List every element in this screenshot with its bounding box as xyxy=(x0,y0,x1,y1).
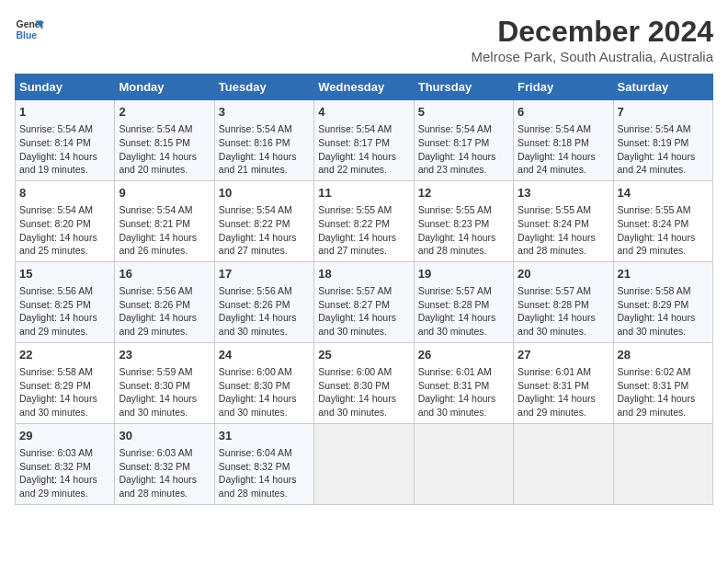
calendar-week-row: 8Sunrise: 5:54 AMSunset: 8:20 PMDaylight… xyxy=(16,180,713,261)
cell-info-line: and 21 minutes. xyxy=(219,163,310,177)
calendar-cell: 27Sunrise: 6:01 AMSunset: 8:31 PMDayligh… xyxy=(514,342,613,423)
cell-info-line: Sunrise: 5:54 AM xyxy=(418,122,509,136)
cell-info-line: Sunset: 8:31 PM xyxy=(618,379,709,393)
cell-info-line: Daylight: 14 hours xyxy=(318,392,409,406)
day-number: 16 xyxy=(119,266,210,282)
calendar-cell xyxy=(314,423,414,504)
cell-info-line: Sunset: 8:21 PM xyxy=(119,217,210,231)
cell-info-line: Daylight: 14 hours xyxy=(219,473,310,487)
cell-info-line: Sunset: 8:20 PM xyxy=(19,217,110,231)
cell-info-line: and 29 minutes. xyxy=(618,244,709,258)
cell-info-line: Daylight: 14 hours xyxy=(19,150,110,164)
cell-info-line: Sunset: 8:24 PM xyxy=(618,217,709,231)
cell-info-line: Daylight: 14 hours xyxy=(219,150,310,164)
weekday-header: Sunday xyxy=(16,75,115,100)
calendar-cell: 2Sunrise: 5:54 AMSunset: 8:15 PMDaylight… xyxy=(115,100,214,181)
svg-text:Blue: Blue xyxy=(17,30,38,40)
calendar-cell: 1Sunrise: 5:54 AMSunset: 8:14 PMDaylight… xyxy=(16,100,115,181)
cell-info-line: Sunset: 8:19 PM xyxy=(618,136,709,150)
cell-info-line: and 25 minutes. xyxy=(19,244,110,258)
cell-info-line: Sunset: 8:27 PM xyxy=(318,298,409,312)
cell-info-line: Sunset: 8:16 PM xyxy=(219,136,310,150)
cell-info-line: and 27 minutes. xyxy=(318,244,409,258)
cell-info-line: Sunset: 8:15 PM xyxy=(119,136,210,150)
cell-info-line: Sunset: 8:17 PM xyxy=(418,136,509,150)
cell-info-line: Daylight: 14 hours xyxy=(418,392,509,406)
cell-info-line: Sunset: 8:30 PM xyxy=(219,379,310,393)
calendar-cell: 4Sunrise: 5:54 AMSunset: 8:17 PMDaylight… xyxy=(314,100,414,181)
cell-info-line: Daylight: 14 hours xyxy=(518,150,609,164)
cell-info-line: Sunrise: 6:00 AM xyxy=(219,365,310,379)
day-number: 25 xyxy=(318,347,409,363)
day-number: 29 xyxy=(19,428,110,444)
cell-info-line: and 30 minutes. xyxy=(19,406,110,419)
calendar-week-row: 22Sunrise: 5:58 AMSunset: 8:29 PMDayligh… xyxy=(16,342,713,423)
calendar-cell: 17Sunrise: 5:56 AMSunset: 8:26 PMDayligh… xyxy=(214,261,313,342)
cell-info-line: Daylight: 14 hours xyxy=(119,473,210,487)
day-number: 8 xyxy=(19,185,110,201)
cell-info-line: Sunset: 8:31 PM xyxy=(518,379,609,393)
cell-info-line: Sunrise: 5:55 AM xyxy=(418,203,509,217)
cell-info-line: Daylight: 14 hours xyxy=(19,311,110,325)
calendar-header-row: SundayMondayTuesdayWednesdayThursdayFrid… xyxy=(16,75,713,100)
cell-info-line: Sunrise: 6:03 AM xyxy=(119,446,210,460)
cell-info-line: Daylight: 14 hours xyxy=(119,150,210,164)
calendar-cell: 23Sunrise: 5:59 AMSunset: 8:30 PMDayligh… xyxy=(115,342,214,423)
cell-info-line: Daylight: 14 hours xyxy=(418,231,509,245)
cell-info-line: Daylight: 14 hours xyxy=(119,231,210,245)
cell-info-line: Sunrise: 5:55 AM xyxy=(318,203,409,217)
calendar-cell: 29Sunrise: 6:03 AMSunset: 8:32 PMDayligh… xyxy=(16,423,115,504)
cell-info-line: and 22 minutes. xyxy=(318,163,409,177)
cell-info-line: Daylight: 14 hours xyxy=(518,231,609,245)
cell-info-line: and 28 minutes. xyxy=(518,244,609,258)
cell-info-line: and 24 minutes. xyxy=(618,163,709,177)
calendar-cell: 26Sunrise: 6:01 AMSunset: 8:31 PMDayligh… xyxy=(414,342,513,423)
calendar-week-row: 1Sunrise: 5:54 AMSunset: 8:14 PMDaylight… xyxy=(16,100,713,181)
calendar-cell xyxy=(414,423,513,504)
cell-info-line: Sunset: 8:29 PM xyxy=(618,298,709,312)
day-number: 17 xyxy=(219,266,310,282)
cell-info-line: Daylight: 14 hours xyxy=(219,311,310,325)
cell-info-line: and 26 minutes. xyxy=(119,244,210,258)
cell-info-line: Sunset: 8:32 PM xyxy=(119,460,210,474)
cell-info-line: Sunrise: 5:54 AM xyxy=(318,122,409,136)
cell-info-line: and 30 minutes. xyxy=(318,406,409,419)
calendar-cell: 25Sunrise: 6:00 AMSunset: 8:30 PMDayligh… xyxy=(314,342,414,423)
cell-info-line: Daylight: 14 hours xyxy=(219,231,310,245)
calendar-cell: 7Sunrise: 5:54 AMSunset: 8:19 PMDaylight… xyxy=(613,100,712,181)
day-number: 13 xyxy=(518,185,609,201)
day-number: 12 xyxy=(418,185,509,201)
cell-info-line: Sunset: 8:18 PM xyxy=(518,136,609,150)
cell-info-line: and 24 minutes. xyxy=(518,163,609,177)
calendar-table: SundayMondayTuesdayWednesdayThursdayFrid… xyxy=(15,74,713,505)
cell-info-line: Sunrise: 6:04 AM xyxy=(219,446,310,460)
cell-info-line: Daylight: 14 hours xyxy=(618,231,709,245)
calendar-cell: 12Sunrise: 5:55 AMSunset: 8:23 PMDayligh… xyxy=(414,180,513,261)
day-number: 18 xyxy=(318,266,409,282)
cell-info-line: and 27 minutes. xyxy=(219,244,310,258)
logo: General Blue xyxy=(15,15,44,44)
day-number: 21 xyxy=(618,266,709,282)
calendar-cell: 13Sunrise: 5:55 AMSunset: 8:24 PMDayligh… xyxy=(514,180,613,261)
cell-info-line: Daylight: 14 hours xyxy=(318,231,409,245)
cell-info-line: Daylight: 14 hours xyxy=(19,473,110,487)
calendar-cell: 28Sunrise: 6:02 AMSunset: 8:31 PMDayligh… xyxy=(613,342,712,423)
cell-info-line: Sunrise: 5:56 AM xyxy=(219,284,310,298)
cell-info-line: Sunset: 8:17 PM xyxy=(318,136,409,150)
cell-info-line: and 28 minutes. xyxy=(219,487,310,500)
cell-info-line: and 29 minutes. xyxy=(119,325,210,339)
day-number: 15 xyxy=(19,266,110,282)
calendar-cell: 5Sunrise: 5:54 AMSunset: 8:17 PMDaylight… xyxy=(414,100,513,181)
calendar-cell: 10Sunrise: 5:54 AMSunset: 8:22 PMDayligh… xyxy=(214,180,313,261)
cell-info-line: Sunrise: 6:00 AM xyxy=(318,365,409,379)
cell-info-line: Sunset: 8:30 PM xyxy=(119,379,210,393)
weekday-header: Saturday xyxy=(613,75,712,100)
day-number: 28 xyxy=(618,347,709,363)
cell-info-line: Sunset: 8:28 PM xyxy=(518,298,609,312)
cell-info-line: Daylight: 14 hours xyxy=(318,311,409,325)
day-number: 7 xyxy=(618,104,709,121)
cell-info-line: Daylight: 14 hours xyxy=(19,392,110,406)
cell-info-line: Sunset: 8:14 PM xyxy=(19,136,110,150)
cell-info-line: Sunrise: 5:57 AM xyxy=(418,284,509,298)
cell-info-line: Sunrise: 5:54 AM xyxy=(19,122,110,136)
